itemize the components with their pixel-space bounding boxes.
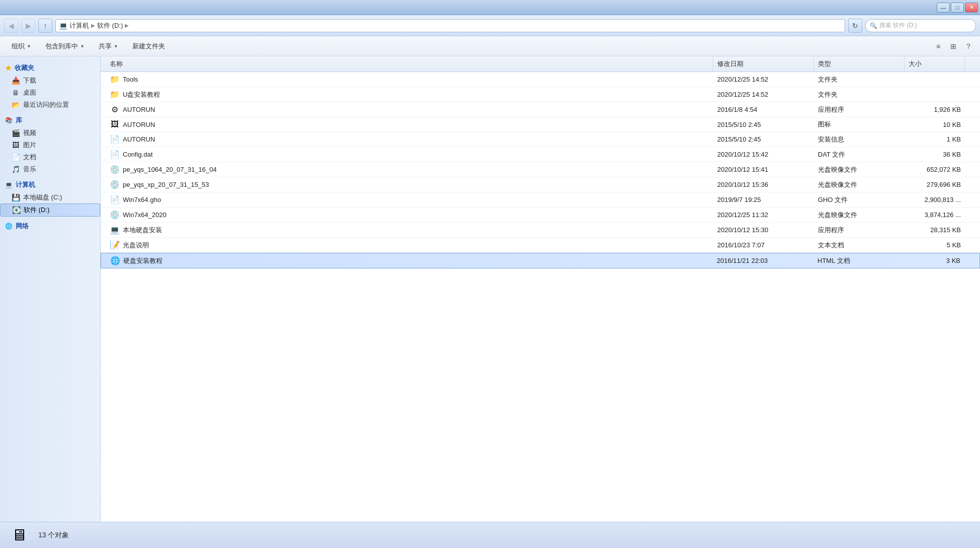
file-list-header: 名称 修改日期 类型 大小 (101, 56, 980, 72)
file-icon: 🌐 (110, 256, 120, 265)
table-row[interactable]: 💿 pe_yqs_xp_20_07_31_15_53 2020/10/12 15… (101, 177, 980, 192)
file-modified: 2020/12/25 11:32 (717, 211, 768, 219)
sidebar: ★ 收藏夹 📥 下载 🖥 桌面 📂 最近访问的位置 📚 库 (0, 56, 101, 522)
file-name-cell: 📄 AUTORUN (106, 132, 713, 147)
file-type-cell: 应用程序 (814, 103, 904, 117)
view-toggle-button[interactable]: ⊞ (947, 40, 960, 52)
minimize-button[interactable]: — (937, 3, 950, 13)
col-name[interactable]: 名称 (106, 56, 713, 72)
file-modified: 2016/11/21 22:03 (717, 257, 768, 264)
table-row[interactable]: 📝 光盘说明 2016/10/23 7:07 文本文档 5 KB (101, 238, 980, 253)
file-size-cell: 3 KB (904, 254, 964, 267)
file-type: 文件夹 (818, 75, 838, 84)
network-icon: 🌐 (5, 223, 13, 230)
search-placeholder: 搜索 软件 (D:) (879, 21, 917, 30)
file-size: 1 KB (947, 135, 961, 143)
file-name-cell: 📄 Win7x64.gho (106, 192, 713, 207)
col-type[interactable]: 类型 (814, 56, 904, 72)
sidebar-item-desktop[interactable]: 🖥 桌面 (0, 87, 100, 99)
help-button[interactable]: ? (962, 40, 975, 52)
network-header[interactable]: 🌐 网络 (0, 220, 100, 233)
file-extra-cell (965, 182, 975, 187)
table-row[interactable]: 📄 Config.dat 2020/10/12 15:42 DAT 文件 36 … (101, 147, 980, 162)
file-name: AUTORUN (123, 135, 155, 143)
breadcrumb-sep1: ▶ (91, 23, 95, 28)
status-icon-area: 🖥 (8, 524, 30, 546)
breadcrumb-icon: 💻 (59, 22, 67, 30)
sidebar-item-music[interactable]: 🎵 音乐 (0, 163, 100, 175)
favorites-header[interactable]: ★ 收藏夹 (0, 61, 100, 75)
sidebar-item-video[interactable]: 🎬 视频 (0, 127, 100, 139)
table-row[interactable]: 📄 Win7x64.gho 2019/9/7 19:25 GHO 文件 2,90… (101, 192, 980, 208)
file-type: 光盘映像文件 (818, 165, 857, 174)
file-name: Config.dat (123, 151, 153, 158)
col-size[interactable]: 大小 (904, 56, 965, 72)
file-modified: 2020/12/25 14:52 (717, 91, 768, 98)
file-icon: ⚙ (110, 105, 120, 114)
file-type-cell: GHO 文件 (814, 193, 904, 207)
search-bar[interactable]: 🔍 搜索 软件 (D:) (865, 19, 976, 32)
table-row[interactable]: 💻 本地硬盘安装 2020/10/12 15:30 应用程序 28,315 KB (101, 223, 980, 238)
maximize-button[interactable]: □ (951, 3, 964, 13)
computer-header[interactable]: 💻 计算机 (0, 178, 100, 191)
file-modified-cell: 2020/12/25 14:52 (713, 73, 814, 86)
file-extra-cell (965, 137, 975, 142)
table-row[interactable]: 🖼 AUTORUN 2015/5/10 2:45 图标 10 KB (101, 117, 980, 132)
window-controls: — □ ✕ (937, 3, 978, 13)
file-icon: 💿 (110, 210, 120, 220)
recent-label: 最近访问的位置 (23, 100, 69, 109)
up-button[interactable]: ↑ (38, 19, 52, 33)
file-type: GHO 文件 (818, 195, 848, 204)
file-modified-cell: 2020/12/25 14:52 (713, 88, 814, 101)
sidebar-item-document[interactable]: 📄 文档 (0, 151, 100, 163)
up-icon: ↑ (44, 22, 47, 30)
sidebar-item-drive-c[interactable]: 💾 本地磁盘 (C:) (0, 191, 100, 203)
picture-label: 图片 (23, 141, 36, 150)
view-options-button[interactable]: ≡ (932, 40, 945, 52)
file-name-cell: 📝 光盘说明 (106, 238, 713, 252)
favorites-section: ★ 收藏夹 📥 下载 🖥 桌面 📂 最近访问的位置 (0, 61, 100, 111)
table-row[interactable]: 📁 U盘安装教程 2020/12/25 14:52 文件夹 (101, 87, 980, 102)
sidebar-item-picture[interactable]: 🖼 图片 (0, 139, 100, 151)
downloads-label: 下载 (23, 76, 36, 85)
close-button[interactable]: ✕ (965, 3, 978, 13)
organize-arrow: ▼ (27, 44, 31, 49)
file-name-cell: 💿 pe_yqs_1064_20_07_31_16_04 (106, 162, 713, 177)
file-size: 36 KB (943, 151, 961, 158)
table-row[interactable]: 📄 AUTORUN 2015/5/10 2:45 安装信息 1 KB (101, 132, 980, 147)
table-row[interactable]: 📁 Tools 2020/12/25 14:52 文件夹 (101, 72, 980, 87)
col-modified[interactable]: 修改日期 (713, 56, 814, 72)
main-area: ★ 收藏夹 📥 下载 🖥 桌面 📂 最近访问的位置 📚 库 (0, 56, 980, 522)
file-extra-cell (965, 213, 975, 218)
refresh-button[interactable]: ↻ (848, 19, 862, 33)
library-header[interactable]: 📚 库 (0, 114, 100, 127)
forward-button[interactable]: ▶ (21, 19, 35, 33)
table-row[interactable]: 🌐 硬盘安装教程 2016/11/21 22:03 HTML 文档 3 KB (101, 253, 980, 268)
library-label: 库 (16, 116, 22, 125)
file-size-cell: 28,315 KB (904, 224, 965, 236)
breadcrumb-drive[interactable]: 软件 (D:) (97, 21, 123, 30)
file-modified: 2020/10/12 15:41 (717, 166, 768, 173)
file-modified: 2020/12/25 14:52 (717, 76, 768, 83)
document-icon: 📄 (11, 153, 20, 161)
share-button[interactable]: 共享 ▼ (92, 39, 125, 54)
status-count: 13 个对象 (38, 531, 69, 540)
table-row[interactable]: 💿 Win7x64_2020 2020/12/25 11:32 光盘映像文件 3… (101, 208, 980, 223)
file-extra-cell (965, 167, 975, 172)
archive-button[interactable]: 包含到库中 ▼ (39, 39, 91, 54)
table-row[interactable]: 💿 pe_yqs_1064_20_07_31_16_04 2020/10/12 … (101, 162, 980, 177)
sidebar-item-drive-d[interactable]: 💽 软件 (D:) (0, 203, 100, 217)
back-button[interactable]: ◀ (4, 19, 18, 33)
sidebar-item-downloads[interactable]: 📥 下载 (0, 75, 100, 87)
new-folder-button[interactable]: 新建文件夹 (126, 39, 172, 54)
table-row[interactable]: ⚙ AUTORUN 2016/1/8 4:54 应用程序 1,926 KB (101, 102, 980, 117)
breadcrumb[interactable]: 💻 计算机 ▶ 软件 (D:) ▶ (55, 19, 845, 32)
file-type: DAT 文件 (818, 150, 845, 159)
breadcrumb-computer[interactable]: 计算机 (69, 21, 89, 30)
share-arrow: ▼ (114, 44, 118, 49)
organize-button[interactable]: 组织 ▼ (5, 39, 38, 54)
file-type: 应用程序 (818, 226, 844, 235)
file-icon: 📁 (110, 90, 120, 99)
sidebar-item-recent[interactable]: 📂 最近访问的位置 (0, 99, 100, 111)
file-modified: 2016/10/23 7:07 (717, 241, 765, 249)
